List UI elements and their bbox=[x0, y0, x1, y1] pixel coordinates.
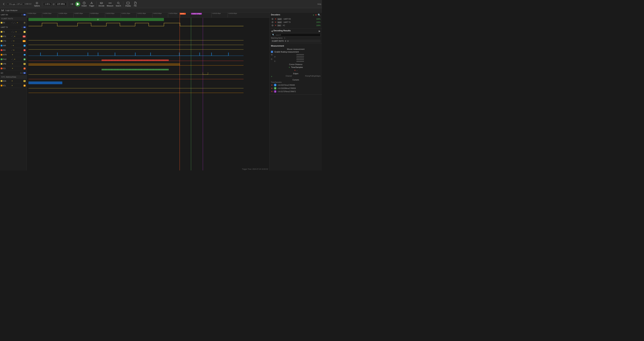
waveform-canvas: U bbox=[27, 18, 270, 170]
cursor3-entry: ✕ 3 +14.317376ms/1789672 bbox=[271, 90, 320, 93]
f-value: ######## bbox=[296, 60, 321, 62]
cursor2-remove[interactable]: ✕ bbox=[271, 87, 273, 90]
svg-rect-5 bbox=[127, 2, 130, 4]
measure-button[interactable]: Measure bbox=[106, 1, 114, 7]
enable-float-checkbox[interactable] bbox=[271, 51, 273, 53]
ch-row-scl: SCL ✕ 9 bbox=[0, 83, 26, 88]
decoders-section: Decoders + ✕ 🔍 ⚙ ✕ ascii UART RX 100% ⚙ … bbox=[270, 12, 322, 28]
d-value: ######## bbox=[296, 58, 321, 60]
decoder-pct-3: 100% bbox=[316, 24, 320, 26]
ruler-tick-9: +14314.80μs bbox=[168, 12, 177, 18]
decoders-title: Decoders bbox=[271, 14, 280, 16]
vpb-dip bbox=[203, 72, 208, 74]
help-button[interactable]: Help bbox=[317, 3, 321, 5]
ch-badge-uart-rx: D bbox=[23, 14, 26, 16]
ch-row-rx: RX ⌐‾_⌐‾_ ✕ 0 bbox=[0, 20, 26, 25]
display-button[interactable]: Display bbox=[124, 1, 132, 7]
decoder-row-2: ⚙ ✕ ascii UART TX 100% bbox=[271, 21, 320, 24]
cursor-dist-add[interactable]: + bbox=[288, 66, 290, 68]
cursor1-num: 1 bbox=[274, 84, 276, 86]
decoder-format-1: ascii bbox=[277, 18, 282, 20]
cursor-distance-value-row: ✕ - bbox=[271, 69, 320, 72]
freq-display: 125 MHz bbox=[55, 2, 66, 6]
options-button[interactable]: Options bbox=[33, 1, 41, 7]
svg-marker-1 bbox=[77, 2, 79, 6]
measure-grid: W: ######## P: ######## D: ######## F: #… bbox=[271, 54, 320, 62]
intr-high bbox=[28, 63, 180, 66]
decoder-channel-2: UART TX bbox=[284, 21, 290, 23]
decoder-config-1[interactable]: ⚙ bbox=[271, 18, 274, 20]
cursor2-time: +14.316208ms/1789526 bbox=[278, 88, 296, 89]
file-button[interactable]: File bbox=[132, 1, 138, 7]
svg-rect-8 bbox=[3, 10, 4, 11]
sep3 bbox=[96, 1, 96, 7]
ch-color-phi2 bbox=[1, 58, 2, 60]
search-decoder-button[interactable]: 🔍 bbox=[318, 14, 320, 16]
ruler-tick-2: +14306.40μs bbox=[58, 12, 67, 18]
ch-name-uart-tx: UART TX bbox=[1, 26, 9, 28]
right-panel: Decoders + ✕ 🔍 ⚙ ✕ ascii UART RX 100% ⚙ … bbox=[270, 12, 322, 170]
decode-results-forward[interactable]: ▶ bbox=[319, 30, 320, 32]
cursor1-entry: ✕ 1 +14.31572ms/1789465 bbox=[271, 84, 320, 86]
ch-color-tx bbox=[1, 31, 2, 33]
cursor2-entry: ✕ 2 +14.316208ms/1789526 bbox=[271, 87, 320, 90]
ch-badge-i2c: D bbox=[23, 72, 26, 74]
ch-row-phi2: PHI2 ⌐‾_ ✕ 5 bbox=[0, 57, 26, 62]
svg-rect-6 bbox=[2, 10, 2, 11]
cursor1-remove[interactable]: ✕ bbox=[271, 84, 273, 86]
add-decoder-button[interactable]: + bbox=[313, 14, 314, 16]
svg-rect-3 bbox=[100, 2, 102, 4]
ch-row-wr: /WR ⌐ ✕ 2 bbox=[0, 43, 26, 48]
cursor-dist-remove[interactable]: ✕ bbox=[294, 69, 296, 72]
ch-signal-tx: ⌐‾_⌐ bbox=[12, 31, 15, 33]
decode-search-box[interactable]: 🔍 bbox=[271, 33, 320, 36]
decoder-remove-1[interactable]: ✕ bbox=[275, 18, 276, 20]
search-button[interactable]: Search bbox=[115, 1, 122, 7]
sep1 bbox=[42, 1, 42, 7]
decoder-row-1: ⚙ ✕ ascii UART RX 100% bbox=[271, 18, 320, 20]
decode-button[interactable]: Decode bbox=[98, 1, 105, 7]
decoder-config-3[interactable]: ⚙ bbox=[271, 24, 274, 27]
cursors-ts-header: Time/Samples bbox=[271, 81, 320, 83]
cursor-dist-ts: Time/Samples bbox=[291, 66, 303, 68]
at-symbol: @ bbox=[53, 3, 54, 5]
edges-header: + Channel Rising/Falling/Edges bbox=[271, 75, 320, 78]
svg-rect-7 bbox=[2, 10, 3, 11]
trigger-button[interactable]: Trigger bbox=[88, 1, 95, 7]
remove-decoder-button[interactable]: ✕ bbox=[315, 14, 317, 16]
toolbar: DSLogic U3Pro3 USB 3.0 Options 1.43 s @ … bbox=[0, 0, 322, 8]
svg-text:▓▓▓▓▓▓▓▓▓▓▓▓▓▓▓▓▓▓▓▓▓▓▓▓▓▓▓▓▓▓: ▓▓▓▓▓▓▓▓▓▓▓▓▓▓▓▓▓▓▓▓▓▓▓▓▓▓▓▓▓▓▓▓▓▓▓▓▓▓▓▓… bbox=[102, 60, 169, 61]
decoder-remove-3[interactable]: ✕ bbox=[275, 24, 276, 26]
ch-color-wr bbox=[1, 45, 2, 46]
cursor-distance-title: Cursor Distance bbox=[271, 63, 320, 66]
sep2 bbox=[68, 1, 68, 7]
decode-results-back[interactable]: ◀ bbox=[271, 30, 273, 32]
cursor-dist-value: - bbox=[297, 70, 297, 72]
instant-button[interactable]: Instant bbox=[80, 1, 88, 7]
ruler-tick-11: +14319.60μs bbox=[228, 12, 237, 18]
decoder-remove-2[interactable]: ✕ bbox=[275, 21, 276, 24]
main-area: UART RX 0 D 0:UART: RX/TX RX ⌐‾_⌐‾_ ✕ 0 … bbox=[0, 12, 322, 170]
waveform-svg: U bbox=[27, 18, 270, 170]
cursor-time-label: +14.3... bbox=[180, 13, 186, 14]
run-button[interactable] bbox=[75, 2, 80, 6]
result-address: 0:UART: RX/TX bbox=[272, 40, 284, 42]
decoder-format-3: hex bbox=[277, 24, 282, 26]
ch-color-cs bbox=[1, 68, 2, 69]
device-label[interactable]: DSLogic U3Pro3 bbox=[7, 2, 24, 6]
ch-row-uart-tx-group: UART TX 1 D bbox=[0, 25, 26, 30]
edges-title: Edges bbox=[271, 72, 320, 74]
decoder-channel-1: UART RX bbox=[284, 18, 291, 20]
phi2-waveform: ▓▓▓▓▓▓▓▓▓▓▓▓▓▓▓▓▓▓▓▓▓▓▓▓▓▓▓▓▓▓▓▓▓▓▓▓▓▓▓▓… bbox=[102, 69, 169, 70]
ruler-tick-6: +14311.20μs bbox=[121, 12, 130, 18]
cursor3-remove[interactable]: ✕ bbox=[271, 90, 273, 93]
decoder-pct-1: 100% bbox=[316, 18, 320, 20]
ch-row-uart-rx-group: UART RX 0 D bbox=[0, 12, 26, 17]
decoder-config-2[interactable]: ⚙ bbox=[271, 21, 274, 24]
edges-add[interactable]: + bbox=[271, 75, 272, 78]
arrow-button[interactable] bbox=[69, 2, 75, 6]
matching-items-row: Matching Items: 1 bbox=[271, 37, 320, 39]
f-label: F: bbox=[274, 60, 295, 62]
nav-left-icon[interactable] bbox=[1, 2, 7, 6]
decode-search-input[interactable] bbox=[275, 34, 320, 36]
